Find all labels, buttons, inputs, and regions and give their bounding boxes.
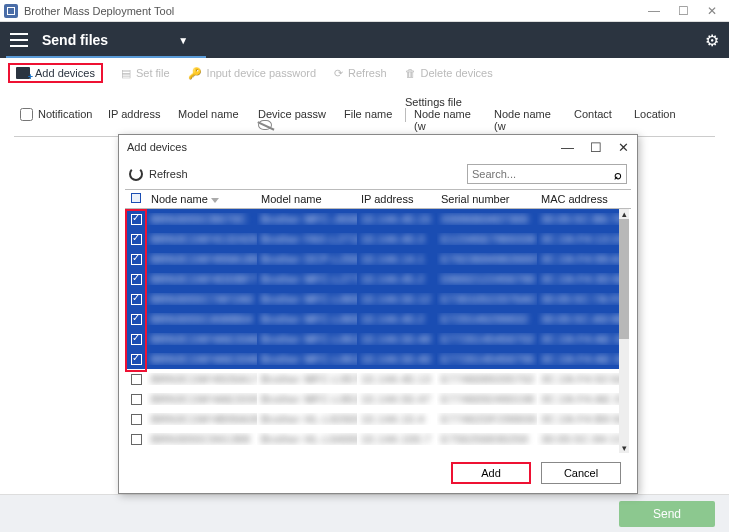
dialog-close[interactable]: ✕ <box>618 140 629 155</box>
col-devpw[interactable]: Device passw <box>252 108 338 132</box>
cell-serial: X999060407300 <box>441 213 528 225</box>
cell-ip: 10.144.45.2 <box>361 273 425 285</box>
row-checkbox[interactable] <box>131 314 142 325</box>
row-checkbox[interactable] <box>131 434 142 445</box>
cell-serial: E12345E7869338 <box>441 233 536 245</box>
scroll-down-icon[interactable]: ▾ <box>619 443 629 453</box>
dialog-minimize[interactable]: — <box>561 140 574 155</box>
table-row[interactable]: BRN3C2AF499A1B5Brother DCP-L255010.144.1… <box>125 249 619 269</box>
dialog-title: Add devices <box>127 141 187 153</box>
minimize-button[interactable]: — <box>648 4 660 18</box>
select-all-dialog[interactable] <box>131 193 141 203</box>
row-checkbox[interactable] <box>131 414 142 425</box>
table-row[interactable]: BRN3C2AF4AE33ADBrother MFC-L861010.144.5… <box>125 329 619 349</box>
eye-off-icon[interactable] <box>258 120 272 130</box>
settings-icon[interactable]: ⚙ <box>705 31 719 50</box>
row-checkbox[interactable] <box>131 254 142 265</box>
add-button[interactable]: Add <box>451 462 531 484</box>
col-nodename1[interactable]: Node name (w <box>408 108 488 132</box>
refresh-button[interactable]: ⟳ Refresh <box>334 67 387 80</box>
refresh-icon[interactable] <box>129 167 143 181</box>
col-location[interactable]: Location <box>628 108 715 132</box>
col-ip[interactable]: IP address <box>102 108 172 132</box>
set-file-button[interactable]: ▤ Set file <box>121 67 170 80</box>
dialog-titlebar: Add devices — ☐ ✕ <box>119 135 637 159</box>
cell-node: BRN3C2AF4AE3340 <box>151 353 257 365</box>
page-dropdown-icon[interactable]: ▼ <box>178 35 188 46</box>
row-checkbox[interactable] <box>131 294 142 305</box>
search-icon[interactable]: ⌕ <box>614 167 622 182</box>
table-row[interactable]: BRN3C2AF4AE3340Brother MFC-L861010.144.5… <box>125 349 619 369</box>
table-row[interactable]: BRN3C2AF4926A17Brother MFC-L957010.144.4… <box>125 369 619 389</box>
search-box: ⌕ <box>467 164 627 184</box>
cell-node: BRN3055C7AF2A0 <box>151 293 253 305</box>
dialog-maximize[interactable]: ☐ <box>590 140 602 155</box>
page-title: Send files <box>42 32 108 48</box>
search-input[interactable] <box>472 168 614 180</box>
scroll-up-icon[interactable]: ▴ <box>619 209 629 219</box>
tab-indicator <box>6 56 206 58</box>
key-icon: 🔑 <box>188 67 202 80</box>
table-row[interactable]: BRN3C2AF4132426Brother FAX-L271010.144.4… <box>125 229 619 249</box>
col-notification[interactable]: Notification <box>32 108 102 132</box>
cell-serial: D9002122456780 <box>441 273 535 285</box>
cell-mac: 3C:2A:F4:AE:33:AD <box>541 333 619 345</box>
file-icon: ▤ <box>121 67 131 80</box>
table-row[interactable]: BRN3055CA98B64Brother MFC-L865010.144.40… <box>125 309 619 329</box>
cancel-button[interactable]: Cancel <box>541 462 621 484</box>
dialog-toolbar: Refresh ⌕ <box>119 159 637 189</box>
send-button[interactable]: Send <box>619 501 715 527</box>
dialog-refresh-button[interactable]: Refresh <box>149 168 188 180</box>
close-button[interactable]: ✕ <box>707 4 717 18</box>
row-checkbox[interactable] <box>131 374 142 385</box>
cell-node: BRN3C2AF4B99A39 <box>151 413 257 425</box>
set-file-label: Set file <box>136 67 170 79</box>
trash-icon: 🗑 <box>405 67 416 79</box>
col-filename[interactable]: File name <box>338 108 408 132</box>
monitor-plus-icon <box>16 67 30 79</box>
cell-node: BRN3C2AF4AE33AD <box>151 333 257 345</box>
delete-devices-button[interactable]: 🗑 Delete devices <box>405 67 493 79</box>
maximize-button[interactable]: ☐ <box>678 4 689 18</box>
col-ip[interactable]: IP address <box>357 193 437 205</box>
add-devices-button[interactable]: Add devices <box>16 67 95 79</box>
col-mac[interactable]: MAC address <box>537 193 631 205</box>
table-row[interactable]: BRN3C2AF4DDBF7Brother MFC-L277010.144.45… <box>125 269 619 289</box>
table-row[interactable]: BRN3C2AF4B99A39Brother HL-L8260C10.144.1… <box>125 409 619 429</box>
row-checkbox[interactable] <box>131 354 142 365</box>
table-row[interactable]: BRN3055C841388Brother HL-L6400D10.144.10… <box>125 429 619 449</box>
menu-icon[interactable] <box>10 33 28 47</box>
row-checkbox[interactable] <box>131 234 142 245</box>
input-password-button[interactable]: 🔑 Input device password <box>188 67 316 80</box>
cell-serial: E7726145456795 <box>441 353 535 365</box>
cell-ip: 10.144.40.3 <box>361 233 425 245</box>
col-model[interactable]: Model name <box>172 108 252 132</box>
cell-model: Brother HL-L8260C <box>261 413 357 425</box>
col-contact[interactable]: Contact <box>568 108 628 132</box>
cell-serial: E729146299832 <box>441 313 528 325</box>
cell-ip: 10.144.40.2 <box>361 313 425 325</box>
cell-mac: 3C:2A:F4:AE:33:3C <box>541 393 619 405</box>
row-checkbox[interactable] <box>131 334 142 345</box>
col-nodename2[interactable]: Node name (w <box>488 108 568 132</box>
col-node[interactable]: Node name <box>147 193 257 205</box>
cell-ip: 10.144.40.13 <box>361 373 431 385</box>
table-row[interactable]: BRN3055CB670CBrother MFC-J658010.144.40.… <box>125 209 619 229</box>
cell-mac: 3C:2A:F4:B9:9A:39 <box>541 413 619 425</box>
cell-model: Brother MFC-L9570 <box>261 373 357 385</box>
cell-ip: 10.144.50.48 <box>361 333 431 345</box>
row-checkbox[interactable] <box>131 214 142 225</box>
highlight-add-devices: Add devices <box>8 63 103 83</box>
col-serial[interactable]: Serial number <box>437 193 537 205</box>
table-row[interactable]: BRN3C2AF4AE333CBrother MFC-L861010.144.5… <box>125 389 619 409</box>
scrollbar-thumb[interactable] <box>619 219 629 339</box>
cell-node: BRN3055CA98B64 <box>151 313 253 325</box>
row-checkbox[interactable] <box>131 394 142 405</box>
cell-model: Brother FAX-L2710 <box>261 233 357 245</box>
table-row[interactable]: BRN3055C7AF2A0Brother MFC-L865010.144.50… <box>125 289 619 309</box>
row-checkbox[interactable] <box>131 274 142 285</box>
window-titlebar: Brother Mass Deployment Tool — ☐ ✕ <box>0 0 729 22</box>
cell-mac: 30:05:5C:84:13:88 <box>541 433 619 445</box>
input-password-label: Input device password <box>207 67 316 79</box>
col-model[interactable]: Model name <box>257 193 357 205</box>
